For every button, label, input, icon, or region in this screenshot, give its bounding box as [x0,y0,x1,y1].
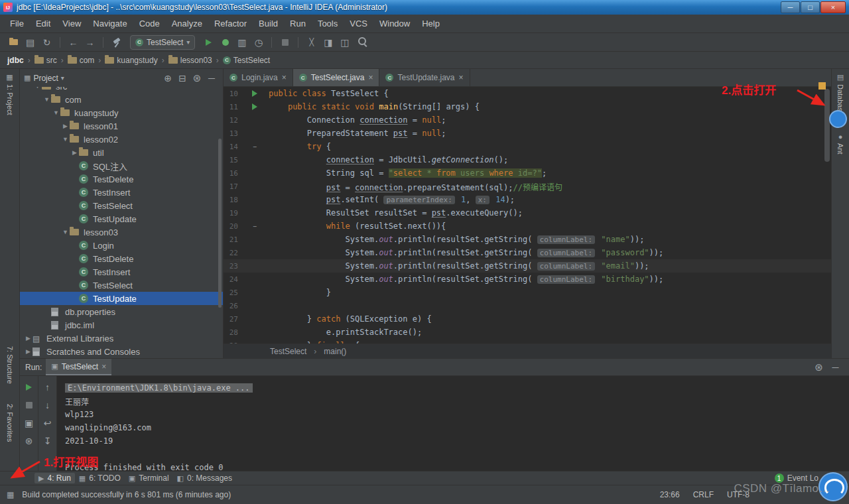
tree-item-TestSelect[interactable]: TestSelect [20,279,223,292]
menu-item-view[interactable]: View [56,16,87,31]
screwdriver-icon[interactable] [303,35,320,50]
fold-icon[interactable]: − [241,143,269,151]
layout-icon[interactable] [336,35,353,50]
tree-item-SQL注入[interactable]: SQL注入 [20,159,223,172]
breadcrumb-method[interactable]: main() [324,347,346,356]
maximize-button[interactable]: □ [801,1,820,13]
tree-item-jdbc.iml[interactable]: jdbc.iml [20,318,223,332]
hammer-icon[interactable] [108,35,125,50]
file-encoding[interactable]: UTF-8 [727,490,750,499]
gear-icon[interactable] [811,360,827,375]
close-icon[interactable]: × [368,73,373,82]
menu-item-file[interactable]: File [4,16,30,31]
diff-icon[interactable] [320,35,336,50]
expand-arrow[interactable]: ▶ [61,123,70,129]
settings-icon[interactable] [22,435,36,447]
toolwindow-button-6: TODO[interactable]: 6: TODO [75,473,125,483]
expand-arrow[interactable]: ▶ [24,348,33,355]
breadcrumb-item-kuangstudy[interactable]: kuangstudy [103,54,159,66]
toolwindow-button-ant[interactable]: ● Ant [832,133,849,155]
editor-code[interactable]: 10public class TestSelect {11 public sta… [224,87,831,344]
tree-item-db.properties[interactable]: db.properties [20,305,223,318]
menu-item-window[interactable]: Window [373,16,416,31]
expand-arrow[interactable]: ▼ [33,87,42,90]
save-all-icon[interactable] [22,35,38,50]
event-log[interactable]: 1 Event Lo [775,473,818,483]
down-icon[interactable] [40,399,55,411]
stop-icon[interactable] [277,35,293,50]
tree-item-lesson02[interactable]: ▼lesson02 [20,133,223,146]
expand-arrow[interactable]: ▼ [52,109,60,116]
run-tab[interactable]: ▣ TestSelect × [46,359,111,375]
menu-item-help[interactable]: Help [416,16,446,31]
toolwindow-button-Terminal[interactable]: Terminal [125,473,173,483]
editor-tab-TestSelect.java[interactable]: TestSelect.java× [293,69,380,86]
back-icon[interactable] [65,35,82,50]
open-folder-icon[interactable] [5,35,22,50]
run-icon[interactable] [200,35,217,50]
run-gutter-icon[interactable] [241,90,269,97]
project-scrollbar[interactable] [218,139,222,308]
fold-icon[interactable]: − [241,223,269,230]
project-panel-title[interactable]: Project [33,74,58,83]
menu-item-code[interactable]: Code [133,16,166,31]
menu-item-build[interactable]: Build [253,16,284,31]
toolwindow-button-0: Messages[interactable]: 0: Messages [173,473,236,483]
menu-item-edit[interactable]: Edit [30,16,56,31]
expand-arrow[interactable]: ▶ [70,149,79,156]
toolwindow-button-database[interactable]: ▤ Database [832,73,849,115]
rerun-icon[interactable] [22,381,36,393]
chevron-down-icon[interactable]: ▾ [61,74,64,82]
line-ending[interactable]: CRLF [693,490,714,499]
minimize-button[interactable]: ─ [781,1,800,13]
breadcrumb-item-lesson03[interactable]: lesson03 [166,54,214,66]
close-icon[interactable]: × [459,73,464,82]
menu-item-refactor[interactable]: Refactor [208,16,253,31]
editor-tab-TestUpdate.java[interactable]: TestUpdate.java× [379,69,470,86]
run-gutter-icon[interactable] [241,103,269,110]
menu-item-navigate[interactable]: Navigate [87,16,133,31]
toolwindow-button-favorites[interactable]: 2: Favorites [0,404,19,442]
expand-arrow[interactable]: ▼ [61,229,70,235]
toolwindow-button-structure[interactable]: 7: Structure [0,346,19,384]
tree-item-Scratches and Consoles[interactable]: ▶Scratches and Consoles [20,345,223,358]
coverage-icon[interactable] [233,35,250,50]
search-icon[interactable] [353,35,369,50]
sync-icon[interactable] [38,35,55,50]
expand-arrow[interactable]: ▼ [42,96,51,103]
tree-item-Login[interactable]: Login [20,239,223,252]
debug-icon[interactable] [217,35,233,50]
hide-icon[interactable] [204,71,219,86]
hide-icon[interactable] [827,360,844,375]
tree-item-TestInsert[interactable]: TestInsert [20,186,223,199]
tree-item-util[interactable]: ▶util [20,146,223,159]
breadcrumb-item-jdbc[interactable]: jdbc [5,54,26,66]
close-icon[interactable]: × [101,362,106,371]
locate-icon[interactable] [161,71,175,86]
tree-item-kuangstudy[interactable]: ▼kuangstudy [20,106,223,119]
profiler-icon[interactable] [250,35,267,50]
breadcrumb-item-TestSelect[interactable]: TestSelect [221,54,272,66]
stop-icon[interactable] [22,399,36,411]
menu-item-vcs[interactable]: VCS [344,16,373,31]
tree-item-lesson03[interactable]: ▼lesson03 [20,225,223,239]
collapse-all-icon[interactable] [175,71,190,86]
tree-item-TestUpdate[interactable]: TestUpdate [20,212,223,225]
toolwindow-button-project[interactable]: ▦ 1: Project [0,73,19,115]
gear-icon[interactable] [190,71,204,86]
tree-item-com[interactable]: ▼com [20,93,223,106]
tree-item-External Libraries[interactable]: ▶External Libraries [20,332,223,345]
expand-arrow[interactable]: ▼ [61,136,70,143]
close-button[interactable]: × [820,1,846,13]
expand-arrow[interactable]: ▶ [24,335,33,342]
softwrap-icon[interactable] [40,417,55,429]
breadcrumb-item-src[interactable]: src [33,54,59,66]
breadcrumb-class[interactable]: TestSelect [270,347,306,356]
camera-icon[interactable] [22,417,36,429]
tree-item-TestInsert[interactable]: TestInsert [20,265,223,279]
tree-item-TestUpdate[interactable]: TestUpdate [20,292,223,305]
up-icon[interactable] [40,381,55,393]
tree-item-lesson01[interactable]: ▶lesson01 [20,119,223,133]
menu-item-analyze[interactable]: Analyze [166,16,208,31]
editor-tab-Login.java[interactable]: Login.java× [224,69,293,86]
